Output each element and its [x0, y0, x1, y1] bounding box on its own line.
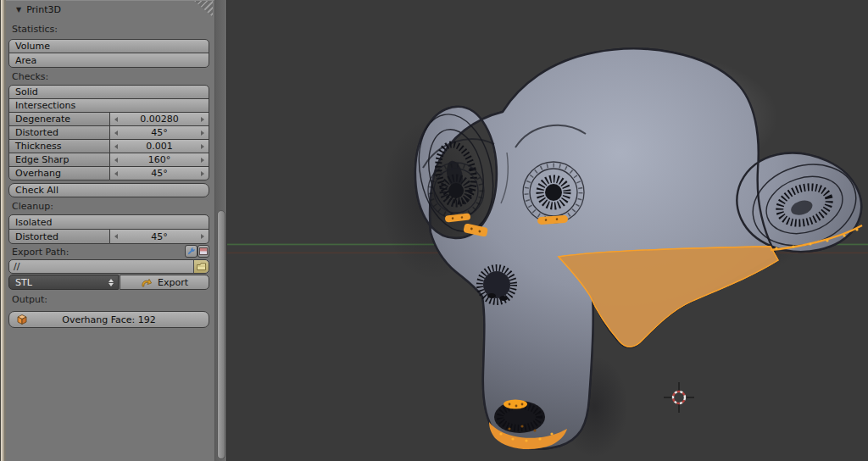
- region-edge-strip: [0, 0, 6, 461]
- viewport-canvas[interactable]: [227, 0, 868, 461]
- wrench-icon: [186, 247, 196, 256]
- overhang-result-label: Overhang Face: 192: [62, 314, 156, 325]
- edge-sharp-value-field[interactable]: 160°: [110, 153, 209, 167]
- selected-lip-faces: [504, 400, 527, 409]
- suzanne-mesh[interactable]: [381, 49, 866, 458]
- overhang-result-button[interactable]: Overhang Face: 192: [8, 311, 209, 328]
- statistics-label: Statistics:: [12, 24, 58, 35]
- checks-label: Checks:: [12, 71, 48, 82]
- blender-window: ▼ Print3D Statistics: Volume Area Checks…: [0, 0, 868, 461]
- decrement-arrow-icon[interactable]: [114, 158, 118, 163]
- increment-arrow-icon[interactable]: [201, 131, 204, 136]
- edge-sharp-row: Edge Sharp 160°: [8, 153, 209, 167]
- edge-sharp-value: 160°: [148, 154, 171, 165]
- decrement-arrow-icon[interactable]: [114, 131, 118, 136]
- export-format-value: STL: [15, 277, 32, 288]
- output-label: Output:: [12, 294, 47, 305]
- export-path-input[interactable]: //: [8, 259, 209, 274]
- distorted-value: 45°: [151, 127, 168, 138]
- panel-header-print3d[interactable]: ▼ Print3D: [16, 4, 61, 15]
- decrement-arrow-icon[interactable]: [114, 234, 118, 239]
- degenerate-row: Degenerate 0.00280: [8, 112, 209, 126]
- area-button[interactable]: Area: [8, 53, 209, 68]
- overhang-value: 45°: [151, 168, 168, 179]
- cleanup-distorted-row: Distorted 45°: [8, 229, 209, 244]
- decrement-arrow-icon[interactable]: [114, 171, 118, 176]
- isolated-cleanup-button[interactable]: Isolated: [8, 214, 209, 230]
- cleanup-distorted-value: 45°: [151, 231, 168, 242]
- print3d-panel: ▼ Print3D Statistics: Volume Area Checks…: [6, 0, 214, 461]
- degenerate-value: 0.00280: [140, 114, 179, 125]
- dropdown-arrows-icon: [108, 278, 114, 287]
- cleanup-distorted-button[interactable]: Distorted: [8, 229, 110, 244]
- thickness-value-field[interactable]: 0.001: [110, 139, 209, 153]
- degenerate-check-button[interactable]: Degenerate: [8, 112, 110, 126]
- distorted-value-field[interactable]: 45°: [110, 125, 209, 140]
- intersections-check-button[interactable]: Intersections: [8, 98, 209, 113]
- export-button[interactable]: Export: [120, 275, 209, 290]
- overhang-value-field[interactable]: 45°: [110, 166, 209, 181]
- export-curve-icon: [141, 277, 153, 288]
- increment-arrow-icon[interactable]: [201, 171, 204, 176]
- file-browse-button[interactable]: [193, 260, 209, 273]
- image-icon: [199, 247, 208, 255]
- cleanup-distorted-value-field[interactable]: 45°: [110, 229, 209, 244]
- increment-arrow-icon[interactable]: [201, 158, 204, 163]
- volume-button[interactable]: Volume: [8, 39, 209, 53]
- increment-arrow-icon[interactable]: [201, 234, 204, 239]
- overhang-row: Overhang 45°: [8, 166, 209, 181]
- panel-resize-grip[interactable]: [194, 1, 213, 17]
- export-format-dropdown[interactable]: STL: [8, 275, 119, 290]
- panel-scrollbar-track[interactable]: [214, 0, 226, 461]
- decrement-arrow-icon[interactable]: [114, 144, 118, 149]
- thickness-row: Thickness 0.001: [8, 139, 209, 153]
- distorted-row: Distorted 45°: [8, 125, 209, 140]
- check-all-button[interactable]: Check All: [8, 183, 209, 197]
- decrement-arrow-icon[interactable]: [114, 117, 118, 122]
- export-path-label: Export Path:: [12, 247, 69, 258]
- export-button-label: Export: [158, 277, 188, 288]
- overhang-check-button[interactable]: Overhang: [8, 166, 110, 181]
- panel-scrollbar-thumb[interactable]: [217, 210, 225, 459]
- wrench-tool-button[interactable]: [185, 245, 198, 258]
- edge-sharp-check-button[interactable]: Edge Sharp: [8, 153, 110, 167]
- distorted-check-button[interactable]: Distorted: [8, 125, 110, 140]
- thickness-value: 0.001: [146, 141, 173, 152]
- solid-check-button[interactable]: Solid: [8, 85, 209, 99]
- collapse-triangle-icon: ▼: [16, 6, 21, 14]
- viewport-3d[interactable]: [226, 0, 868, 461]
- panel-title: Print3D: [26, 4, 61, 15]
- overhang-face-icon: [15, 314, 28, 325]
- image-output-button[interactable]: [198, 245, 209, 258]
- increment-arrow-icon[interactable]: [201, 117, 204, 122]
- increment-arrow-icon[interactable]: [201, 144, 204, 149]
- degenerate-value-field[interactable]: 0.00280: [110, 112, 209, 126]
- thickness-check-button[interactable]: Thickness: [8, 139, 110, 153]
- folder-icon: [197, 263, 206, 270]
- export-path-value: //: [9, 261, 193, 272]
- cursor-3d: [664, 382, 694, 413]
- cleanup-label: Cleanup:: [12, 201, 53, 212]
